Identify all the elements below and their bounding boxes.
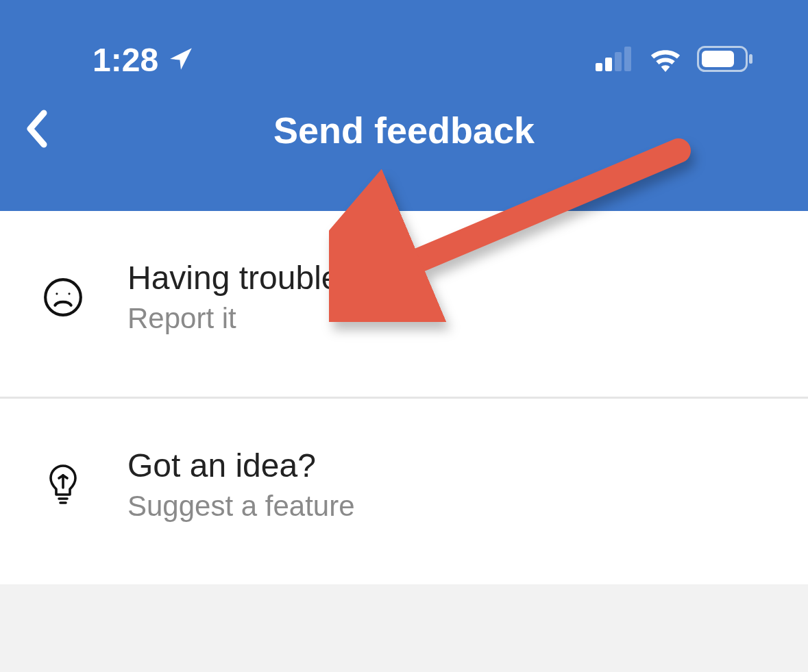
sad-face-icon	[41, 276, 85, 319]
feedback-option-subtitle: Report it	[127, 302, 358, 335]
svg-point-7	[45, 279, 81, 315]
back-button[interactable]	[25, 109, 48, 151]
cellular-signal-icon	[596, 47, 634, 74]
svg-rect-5	[702, 51, 734, 67]
location-icon	[168, 46, 194, 75]
nav-bar: Send feedback	[0, 79, 808, 182]
svg-rect-0	[596, 63, 602, 71]
feedback-option-text: Got an idea? Suggest a feature	[127, 447, 355, 523]
svg-point-8	[56, 293, 58, 295]
bottom-spacer	[0, 584, 808, 672]
status-bar: 1:28	[0, 0, 808, 79]
feedback-option-title: Got an idea?	[127, 447, 355, 484]
feedback-option-text: Having trouble? Report it	[127, 259, 358, 335]
svg-rect-2	[615, 52, 622, 71]
status-time: 1:28	[93, 41, 158, 79]
battery-icon	[697, 46, 753, 75]
feedback-option-trouble[interactable]: Having trouble? Report it	[0, 211, 808, 399]
feedback-option-idea[interactable]: Got an idea? Suggest a feature	[0, 399, 808, 584]
page-title: Send feedback	[21, 109, 787, 151]
svg-rect-6	[749, 54, 752, 64]
wifi-icon	[648, 46, 683, 75]
status-bar-right	[596, 46, 753, 75]
svg-point-9	[68, 293, 70, 295]
svg-rect-1	[605, 58, 612, 71]
feedback-option-subtitle: Suggest a feature	[127, 490, 355, 523]
feedback-options-list: Having trouble? Report it Got an idea? S…	[0, 211, 808, 584]
app-header: 1:28	[0, 0, 808, 211]
status-bar-left: 1:28	[93, 41, 194, 79]
svg-rect-3	[624, 47, 631, 71]
lightbulb-icon	[41, 463, 85, 507]
feedback-option-title: Having trouble?	[127, 259, 358, 297]
